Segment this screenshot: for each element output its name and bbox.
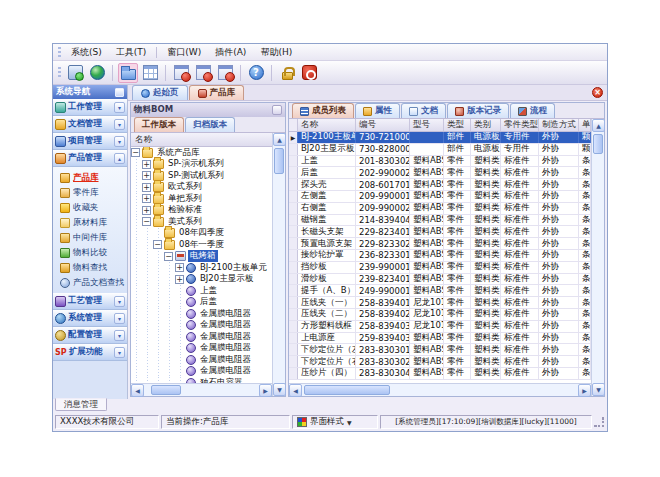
column-header[interactable]: 型号 <box>410 119 444 131</box>
toolbar-grip[interactable] <box>58 67 61 78</box>
menu-help[interactable]: 帮助(H) <box>253 44 299 61</box>
tree-node[interactable]: +BJ-2100主板单元 <box>131 262 272 274</box>
tab-working-version[interactable]: 工作版本 <box>134 117 184 132</box>
tab-workflow[interactable]: 流程 <box>510 103 555 118</box>
column-header[interactable]: 编号 <box>356 119 410 131</box>
chevron-down-icon[interactable]: ▾ <box>114 102 125 113</box>
monitor-button[interactable] <box>65 63 85 83</box>
table-row[interactable]: 压线夹（一）258-839401-00I尼龙1010零件塑料类标准件外协条 <box>289 297 591 309</box>
tree-node[interactable]: +SP-测试机系列 <box>131 170 272 182</box>
tab-archived-version[interactable]: 归档版本 <box>185 117 235 132</box>
tree-expand-toggle[interactable]: − <box>164 252 173 261</box>
table-row[interactable]: 长磁头支架229-823401-00I塑料ABS零件塑料类标准件外协条 <box>289 226 591 238</box>
exit-button[interactable] <box>299 63 319 83</box>
tree-node[interactable]: 金属膜电阻器 <box>131 354 272 366</box>
chevron-down-icon[interactable]: ▾ <box>114 330 125 341</box>
tree-expand-toggle[interactable]: + <box>142 171 151 180</box>
tree-expand-toggle[interactable]: + <box>142 183 151 192</box>
tree-node[interactable]: 上盖 <box>131 285 272 297</box>
tree-node[interactable]: 金属膜电阻器 <box>131 331 272 343</box>
tree-expand-toggle[interactable]: − <box>153 240 162 249</box>
sidebar-group-work[interactable]: 工作管理 ▾ <box>53 99 127 116</box>
chevron-down-icon[interactable]: ▾ <box>114 347 125 358</box>
tree-horizontal-scrollbar[interactable]: ◀ ▶ <box>131 383 272 396</box>
chevron-up-icon[interactable]: ▴ <box>114 153 125 164</box>
lock-button[interactable] <box>277 63 297 83</box>
tab-member-list[interactable]: 成员列表 <box>292 103 354 118</box>
table-row[interactable]: 左侧盖209-990001-01I塑料ABS零件塑料类标准件外协条 <box>289 191 591 203</box>
tree-node[interactable]: +BJ20主显示板 <box>131 274 272 286</box>
globe-button[interactable] <box>87 63 107 83</box>
chevron-down-icon[interactable]: ▾ <box>114 119 125 130</box>
help-button[interactable] <box>246 63 266 83</box>
sidebar-group-project[interactable]: 项目管理 ▾ <box>53 133 127 150</box>
sidebar-group-product[interactable]: 产品管理 ▴ <box>53 150 127 167</box>
sidebar-item[interactable]: 原材料库 <box>53 215 127 230</box>
tree-node[interactable]: 后盖 <box>131 297 272 309</box>
sidebar-item[interactable]: 零件库 <box>53 185 127 200</box>
table-row[interactable]: 上盖201-830302-00I塑料ABS零件塑料类标准件外协条 <box>289 156 591 168</box>
window-star-button[interactable] <box>193 63 213 83</box>
table-row[interactable]: 探头壳208-601701-01I塑料ABS零件塑料类标准件外协条 <box>289 179 591 191</box>
scroll-right-icon[interactable]: ▶ <box>578 384 591 397</box>
table-row[interactable]: 下纱定位片（右）283-830302-00I塑料ABS零件塑料类标准件外协条 <box>289 356 591 368</box>
table-row[interactable]: 预置电源支架229-823302-00I塑料ABS零件塑料类标准件外协条 <box>289 238 591 250</box>
new-window-button[interactable] <box>171 63 191 83</box>
column-header[interactable]: 单位 <box>579 119 591 131</box>
tree-node[interactable]: +SP-演示机系列 <box>131 159 272 171</box>
tree-node[interactable]: −美式系列 <box>131 216 272 228</box>
tree-expand-toggle[interactable]: + <box>142 194 151 203</box>
tab-start-page[interactable]: 起始页 <box>132 85 188 100</box>
window-refresh-button[interactable] <box>215 63 235 83</box>
tree-column-header[interactable]: 名称 <box>131 133 272 147</box>
scroll-track[interactable] <box>592 132 604 383</box>
scroll-up-icon[interactable]: ▲ <box>273 133 286 146</box>
menu-system[interactable]: 系统(S) <box>64 44 109 61</box>
tree-node[interactable]: +检验标准 <box>131 205 272 217</box>
table-row[interactable]: 压线夹（二）258-839402-00I尼龙1010零件塑料类标准件外协条 <box>289 309 591 321</box>
tab-properties[interactable]: 属性 <box>355 103 400 118</box>
scroll-thumb[interactable] <box>593 134 603 154</box>
scroll-up-icon[interactable]: ▲ <box>592 119 605 132</box>
sidebar-item[interactable]: 物料查找 <box>53 260 127 275</box>
sidebar-item[interactable]: 收藏夹 <box>53 200 127 215</box>
sidebar-group-config[interactable]: 配置管理 ▾ <box>53 327 127 344</box>
scroll-left-icon[interactable]: ◀ <box>131 384 144 397</box>
chevron-down-icon[interactable]: ▾ <box>114 296 125 307</box>
sidebar-item[interactable]: 中间件库 <box>53 230 127 245</box>
tree-vertical-scrollbar[interactable]: ▲ ▼ <box>272 133 285 396</box>
table-vertical-scrollbar[interactable]: ▲ ▼ <box>591 119 604 396</box>
sidebar-group-system[interactable]: 系统管理 ▾ <box>53 310 127 327</box>
table-row[interactable]: 提手（A、B）249-990001-01I塑料ABS零件塑料类标准件外协条 <box>289 285 591 297</box>
tab-version-history[interactable]: 版本记录 <box>447 103 509 118</box>
tree-node[interactable]: −电烤箱 <box>131 251 272 263</box>
table-row[interactable]: BJ20主显示板730-828000-04I部件电源板专用件外协颗 <box>289 144 591 156</box>
tree-node[interactable]: −系统产品库 <box>131 147 272 159</box>
tab-documents[interactable]: 文档 <box>401 103 446 118</box>
scroll-thumb[interactable] <box>304 385 390 395</box>
sidebar-group-document[interactable]: 文档管理 ▾ <box>53 116 127 133</box>
sidebar-item[interactable]: 产品库 <box>53 170 127 185</box>
scroll-right-icon[interactable]: ▶ <box>259 384 272 397</box>
table-row[interactable]: 下纱定位片（左）283-830301-00I塑料ABS零件塑料类标准件外协条 <box>289 344 591 356</box>
scroll-track[interactable] <box>273 146 285 383</box>
tree-node[interactable]: 金属膜电阻器 <box>131 320 272 332</box>
scroll-track[interactable] <box>144 384 259 396</box>
resize-grip[interactable] <box>594 417 605 428</box>
sidebar-group-extension[interactable]: SP 扩展功能 ▾ <box>53 344 127 361</box>
tree-expand-toggle[interactable]: + <box>142 206 151 215</box>
table-row[interactable]: 磁钢盖214-839404-01I塑料ABS零件塑料类标准件外协条 <box>289 215 591 227</box>
table-row[interactable]: ▶BJ-2100主板单元730-721000-12I部件电源板专用件外协颗 <box>289 132 591 144</box>
tree-node[interactable]: −08年一季度 <box>131 239 272 251</box>
scroll-down-icon[interactable]: ▼ <box>273 383 286 396</box>
scroll-thumb[interactable] <box>274 148 284 174</box>
tree-node[interactable]: 金属膜电阻器 <box>131 308 272 320</box>
table-row[interactable]: 压纱片（四）283-830304-00I塑料ABS零件塑料类标准件外协条 <box>289 368 591 380</box>
menu-plugins[interactable]: 插件(A) <box>208 44 253 61</box>
column-header[interactable]: 类别 <box>471 119 501 131</box>
scroll-left-icon[interactable]: ◀ <box>289 384 302 397</box>
column-header[interactable]: 制造方式 <box>539 119 579 131</box>
tab-product-library[interactable]: 产品库 <box>189 85 245 100</box>
tree-node[interactable]: 金属膜电阻器 <box>131 343 272 355</box>
column-header[interactable]: 名称 <box>298 119 356 131</box>
